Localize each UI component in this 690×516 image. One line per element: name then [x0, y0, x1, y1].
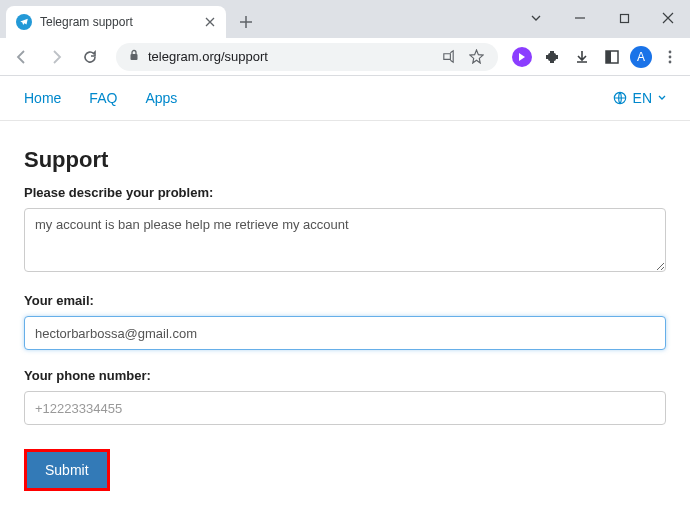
- play-extension-icon[interactable]: [510, 45, 534, 69]
- lang-label: EN: [633, 90, 652, 106]
- email-label: Your email:: [24, 293, 666, 308]
- lock-icon: [128, 49, 140, 64]
- site-header: Home FAQ Apps EN: [0, 76, 690, 121]
- browser-titlebar: Telegram support: [0, 0, 690, 38]
- chevron-down-icon: [658, 95, 666, 101]
- forward-button[interactable]: [42, 43, 70, 71]
- svg-rect-3: [606, 51, 611, 63]
- nav-home[interactable]: Home: [24, 90, 61, 106]
- nav-faq[interactable]: FAQ: [89, 90, 117, 106]
- telegram-favicon: [16, 14, 32, 30]
- tab-search-icon[interactable]: [514, 4, 558, 32]
- submit-highlight: Submit: [24, 449, 110, 491]
- submit-button[interactable]: Submit: [27, 452, 107, 488]
- browser-menu-icon[interactable]: [658, 45, 682, 69]
- site-nav: Home FAQ Apps: [24, 90, 177, 106]
- maximize-button[interactable]: [602, 4, 646, 32]
- profile-avatar[interactable]: A: [630, 46, 652, 68]
- close-window-button[interactable]: [646, 4, 690, 32]
- back-button[interactable]: [8, 43, 36, 71]
- language-selector[interactable]: EN: [613, 90, 666, 106]
- side-panel-icon[interactable]: [600, 45, 624, 69]
- bookmark-icon[interactable]: [466, 49, 486, 64]
- nav-apps[interactable]: Apps: [145, 90, 177, 106]
- avatar-letter: A: [637, 50, 645, 64]
- address-bar[interactable]: telegram.org/support: [116, 43, 498, 71]
- svg-point-5: [669, 55, 672, 58]
- phone-label: Your phone number:: [24, 368, 666, 383]
- page-content: Home FAQ Apps EN Support Please describe…: [0, 76, 690, 516]
- email-input[interactable]: [24, 316, 666, 350]
- svg-rect-0: [620, 14, 628, 22]
- url-text: telegram.org/support: [148, 49, 430, 64]
- downloads-icon[interactable]: [570, 45, 594, 69]
- minimize-button[interactable]: [558, 4, 602, 32]
- new-tab-button[interactable]: [232, 8, 260, 36]
- globe-icon: [613, 91, 627, 105]
- problem-label: Please describe your problem:: [24, 185, 666, 200]
- share-icon[interactable]: [438, 49, 458, 64]
- browser-tab[interactable]: Telegram support: [6, 6, 226, 38]
- close-tab-icon[interactable]: [204, 16, 216, 28]
- browser-toolbar: telegram.org/support A: [0, 38, 690, 76]
- page-title: Support: [24, 147, 666, 173]
- svg-point-4: [669, 50, 672, 53]
- svg-point-6: [669, 60, 672, 63]
- problem-textarea[interactable]: [24, 208, 666, 272]
- extensions-icon[interactable]: [540, 45, 564, 69]
- reload-button[interactable]: [76, 43, 104, 71]
- svg-rect-1: [131, 54, 138, 60]
- phone-input[interactable]: [24, 391, 666, 425]
- tab-title: Telegram support: [40, 15, 196, 29]
